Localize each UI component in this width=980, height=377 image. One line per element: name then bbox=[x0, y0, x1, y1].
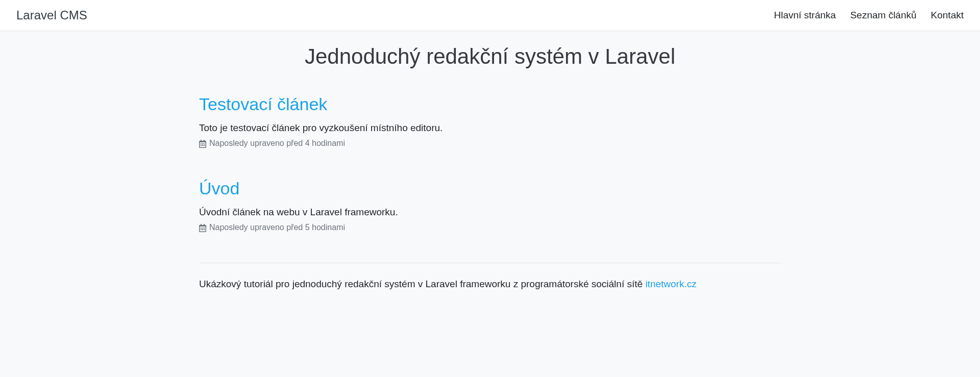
calendar-icon bbox=[199, 224, 206, 231]
article-meta: Naposledy upraveno před 4 hodinami bbox=[199, 139, 781, 148]
footer-text: Ukázkový tutoriál pro jednoduchý redakčn… bbox=[199, 279, 781, 305]
article-title-link[interactable]: Testovací článek bbox=[199, 94, 327, 114]
nav-link-home[interactable]: Hlavní stránka bbox=[774, 10, 836, 20]
navbar-nav: Hlavní stránka Seznam článků Kontakt bbox=[774, 10, 964, 21]
nav-link-contact[interactable]: Kontakt bbox=[931, 10, 964, 20]
article-item: Testovací článek Toto je testovací článe… bbox=[199, 94, 781, 148]
article-title-link[interactable]: Úvod bbox=[199, 179, 239, 198]
footer-text-content: Ukázkový tutoriál pro jednoduchý redakčn… bbox=[199, 279, 645, 289]
article-excerpt: Toto je testovací článek pro vyzkoušení … bbox=[199, 122, 781, 134]
article-excerpt: Úvodní článek na webu v Laravel framewor… bbox=[199, 207, 781, 218]
article-meta-text: Naposledy upraveno před 5 hodinami bbox=[209, 223, 345, 232]
navbar-brand[interactable]: Laravel CMS bbox=[16, 8, 87, 22]
article-meta: Naposledy upraveno před 5 hodinami bbox=[199, 223, 781, 232]
main-container: Jednoduchý redakční systém v Laravel Tes… bbox=[148, 44, 832, 305]
article-item: Úvod Úvodní článek na webu v Laravel fra… bbox=[199, 179, 781, 232]
footer-link[interactable]: itnetwork.cz bbox=[645, 279, 696, 289]
calendar-icon bbox=[199, 140, 206, 147]
nav-link-articles[interactable]: Seznam článků bbox=[850, 10, 917, 20]
page-title: Jednoduchý redakční systém v Laravel bbox=[199, 44, 781, 69]
divider bbox=[199, 263, 781, 263]
navbar: Laravel CMS Hlavní stránka Seznam článků… bbox=[0, 0, 980, 31]
article-meta-text: Naposledy upraveno před 4 hodinami bbox=[209, 139, 345, 148]
